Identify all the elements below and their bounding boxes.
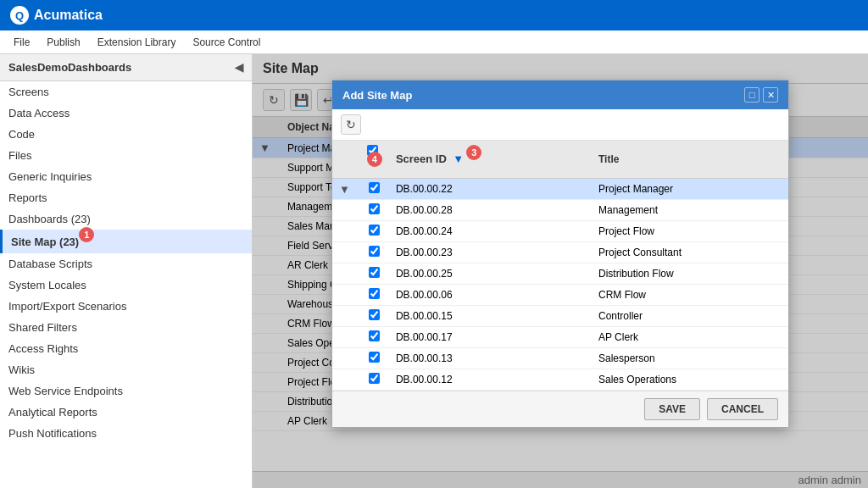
sidebar-collapse-icon[interactable]: ◀ <box>235 61 243 74</box>
dialog-expand-arrow-icon[interactable]: ▼ <box>339 183 350 196</box>
sidebar-item-push-notifications[interactable]: Push Notifications <box>0 423 252 444</box>
dialog-col-expand-header <box>332 141 360 179</box>
logo-icon: Q <box>10 6 29 25</box>
sidebar-item-access-rights[interactable]: Access Rights <box>0 338 252 359</box>
dialog-table-row[interactable]: DB.00.00.25 Distribution Flow <box>332 263 788 285</box>
annotation-3: 3 <box>466 145 481 160</box>
sidebar-item-site-map[interactable]: Site Map (23) 1 <box>0 230 252 253</box>
dialog-footer: SAVE CANCEL <box>332 391 788 427</box>
dialog-table: 4 Screen ID ▼ 3 Title <box>332 141 788 391</box>
sidebar-item-generic-inquiries[interactable]: Generic Inquiries <box>0 166 252 187</box>
dialog-row-checkbox[interactable] <box>369 203 380 214</box>
dialog-title-cell: CRM Flow <box>592 285 788 306</box>
dialog-screen-id-cell: DB.00.00.22 <box>389 179 592 200</box>
dialog-check-cell <box>360 348 389 369</box>
add-site-map-dialog: Add Site Map □ ✕ ↻ <box>331 80 789 428</box>
content-area: Site Map ↻ 💾 ↩ ✕ + 2 RELOAD FROM DATABAS… <box>253 54 868 488</box>
menu-source-control[interactable]: Source Control <box>186 33 267 52</box>
dialog-col-screen-id-header: Screen ID ▼ 3 <box>389 141 592 179</box>
dialog-close-button[interactable]: ✕ <box>763 87 778 103</box>
dialog-title-cell: Project Flow <box>592 221 788 242</box>
top-bar: Q Acumatica <box>0 0 868 30</box>
dialog-table-row[interactable]: DB.00.00.12 Sales Operations <box>332 369 788 391</box>
dialog-row-checkbox[interactable] <box>369 330 380 341</box>
dialog-row-checkbox[interactable] <box>369 288 380 299</box>
dialog-overlay: Add Site Map □ ✕ ↻ <box>253 54 868 488</box>
menu-file[interactable]: File <box>7 33 36 52</box>
dialog-row-checkbox[interactable] <box>369 225 380 236</box>
sidebar-item-screens[interactable]: Screens <box>0 81 252 103</box>
dialog-expand-cell <box>332 348 360 369</box>
dialog-toolbar: ↻ <box>332 109 788 141</box>
menu-extension-library[interactable]: Extension Library <box>91 33 183 52</box>
menu-bar: File Publish Extension Library Source Co… <box>0 30 868 54</box>
main-layout: SalesDemoDashboards ◀ Screens Data Acces… <box>0 54 868 488</box>
sidebar-item-files[interactable]: Files <box>0 145 252 166</box>
dialog-table-row[interactable]: DB.00.00.28 Management <box>332 200 788 221</box>
dialog-refresh-button[interactable]: ↻ <box>341 114 361 135</box>
sidebar-content: Screens Data Access Code Files Generic I… <box>0 81 252 488</box>
filter-icon[interactable]: ▼ <box>453 152 464 165</box>
dialog-row-checkbox[interactable] <box>369 182 380 193</box>
dialog-title-cell: AP Clerk <box>592 327 788 348</box>
dialog-expand-cell <box>332 242 360 263</box>
dialog-screen-id-cell: DB.00.00.24 <box>389 221 592 242</box>
sidebar-item-web-service-endpoints[interactable]: Web Service Endpoints <box>0 380 252 402</box>
dialog-check-cell <box>360 221 389 242</box>
dialog-expand-cell: ▼ <box>332 179 360 200</box>
dialog-check-cell <box>360 179 389 200</box>
dialog-check-cell <box>360 242 389 263</box>
sidebar-item-database-scripts[interactable]: Database Scripts <box>0 253 252 274</box>
dialog-table-row[interactable]: DB.00.00.06 CRM Flow <box>332 285 788 306</box>
dialog-row-checkbox[interactable] <box>369 352 380 363</box>
dialog-table-row[interactable]: ▼ DB.00.00.22 Project Manager <box>332 179 788 200</box>
dialog-table-row[interactable]: DB.00.00.13 Salesperson <box>332 348 788 369</box>
sidebar-item-wikis[interactable]: Wikis <box>0 359 252 380</box>
dialog-expand-cell <box>332 263 360 285</box>
dialog-col-check-header: 4 <box>360 141 389 179</box>
dialog-check-cell <box>360 327 389 348</box>
dialog-screen-id-cell: DB.00.00.12 <box>389 369 592 391</box>
dialog-check-cell <box>360 200 389 221</box>
dialog-save-button[interactable]: SAVE <box>644 398 700 420</box>
dialog-title: Add Site Map <box>342 89 412 102</box>
sidebar-item-analytical-reports[interactable]: Analytical Reports <box>0 402 252 423</box>
sidebar-item-code[interactable]: Code <box>0 124 252 145</box>
dialog-title-cell: Project Consultant <box>592 242 788 263</box>
dialog-screen-id-cell: DB.00.00.06 <box>389 285 592 306</box>
dialog-expand-cell <box>332 221 360 242</box>
dialog-check-cell <box>360 263 389 285</box>
sidebar-item-import-export[interactable]: Import/Export Scenarios <box>0 296 252 317</box>
dialog-screen-id-cell: DB.00.00.25 <box>389 263 592 285</box>
dialog-title-cell: Management <box>592 200 788 221</box>
dialog-cancel-button[interactable]: CANCEL <box>707 398 778 420</box>
dialog-expand-cell <box>332 200 360 221</box>
dialog-title-cell: Project Manager <box>592 179 788 200</box>
sidebar-item-dashboards[interactable]: Dashboards (23) <box>0 208 252 230</box>
dialog-maximize-button[interactable]: □ <box>744 87 760 103</box>
dialog-row-checkbox[interactable] <box>369 373 380 384</box>
sidebar-item-system-locales[interactable]: System Locales <box>0 274 252 296</box>
dialog-table-row[interactable]: DB.00.00.15 Controller <box>332 306 788 327</box>
dialog-expand-cell <box>332 327 360 348</box>
dialog-title-cell: Sales Operations <box>592 369 788 391</box>
dialog-check-cell <box>360 369 389 391</box>
dialog-table-row[interactable]: DB.00.00.17 AP Clerk <box>332 327 788 348</box>
dialog-screen-id-cell: DB.00.00.15 <box>389 306 592 327</box>
sidebar-header: SalesDemoDashboards ◀ <box>0 54 252 81</box>
dialog-header-controls: □ ✕ <box>744 87 778 103</box>
dialog-header: Add Site Map □ ✕ <box>332 80 788 109</box>
sidebar-item-data-access[interactable]: Data Access <box>0 103 252 124</box>
dialog-table-row[interactable]: DB.00.00.24 Project Flow <box>332 221 788 242</box>
dialog-title-cell: Distribution Flow <box>592 263 788 285</box>
dialog-row-checkbox[interactable] <box>369 309 380 320</box>
dialog-row-checkbox[interactable] <box>369 267 380 278</box>
annotation-1: 1 <box>79 227 94 242</box>
menu-publish[interactable]: Publish <box>40 33 86 52</box>
dialog-screen-id-cell: DB.00.00.17 <box>389 327 592 348</box>
dialog-expand-cell <box>332 285 360 306</box>
sidebar-item-reports[interactable]: Reports <box>0 187 252 208</box>
sidebar-item-shared-filters[interactable]: Shared Filters <box>0 317 252 338</box>
dialog-table-row[interactable]: DB.00.00.23 Project Consultant <box>332 242 788 263</box>
dialog-row-checkbox[interactable] <box>369 246 380 257</box>
